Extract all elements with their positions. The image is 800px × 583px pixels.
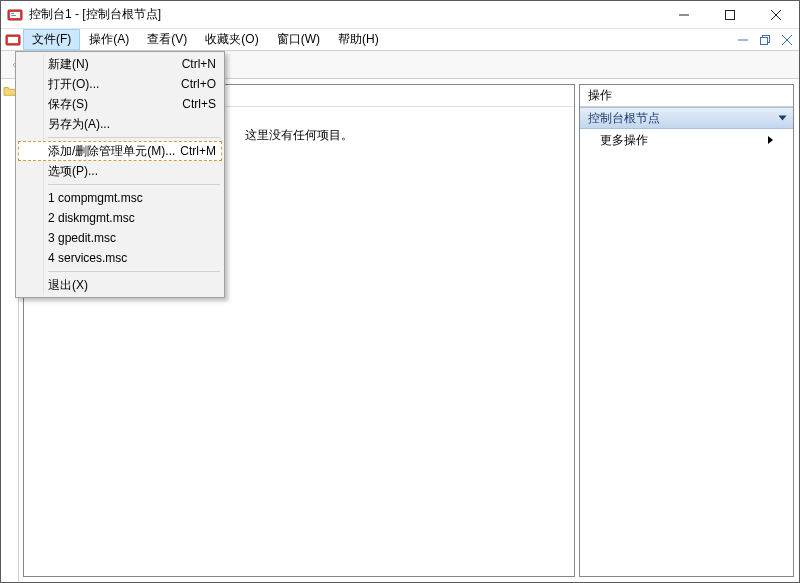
window-controls [661,1,799,28]
svg-rect-9 [8,37,18,43]
doc-icon [5,32,21,48]
svg-rect-3 [11,15,16,16]
menu-item-accel: Ctrl+N [182,57,216,71]
titlebar: 控制台1 - [控制台根节点] [1,1,799,29]
menu-item-accel: Ctrl+M [180,144,216,158]
menu-item-label: 另存为(A)... [48,116,216,133]
menu-view[interactable]: 查看(V) [138,29,196,50]
menu-item-addremove-snapin[interactable]: 添加/删除管理单元(M)... Ctrl+M [18,141,222,161]
actions-pane-title: 操作 [580,85,793,107]
submenu-arrow-icon [768,136,773,144]
actions-group-label: 控制台根节点 [588,110,660,127]
menu-item-label: 4 services.msc [48,251,216,265]
menu-item-label: 打开(O)... [48,76,181,93]
titlebar-left: 控制台1 - [控制台根节点] [7,6,161,23]
menu-item-accel: Ctrl+S [182,97,216,111]
menu-window[interactable]: 窗口(W) [268,29,329,50]
actions-more-item[interactable]: 更多操作 [580,129,793,151]
mmc-window: 控制台1 - [控制台根节点] 文件(F) 操作(A) 查看(V) 收藏夹(O)… [0,0,800,583]
svg-rect-5 [726,10,735,19]
close-icon [782,35,792,45]
mdi-restore-button[interactable] [757,32,773,48]
actions-group-header[interactable]: 控制台根节点 [580,107,793,129]
maximize-icon [725,10,735,20]
menu-item-options[interactable]: 选项(P)... [18,161,222,181]
actions-more-label: 更多操作 [600,132,648,149]
menu-item-label: 3 gpedit.msc [48,231,216,245]
menu-item-recent-2[interactable]: 2 diskmgmt.msc [18,208,222,228]
close-button[interactable] [753,1,799,28]
minimize-icon [679,10,689,20]
maximize-button[interactable] [707,1,753,28]
mdi-controls [735,29,795,50]
menu-help[interactable]: 帮助(H) [329,29,388,50]
minimize-button[interactable] [661,1,707,28]
menu-favorites[interactable]: 收藏夹(O) [196,29,267,50]
menu-item-open[interactable]: 打开(O)... Ctrl+O [18,74,222,94]
menu-action[interactable]: 操作(A) [80,29,138,50]
menu-item-new[interactable]: 新建(N) Ctrl+N [18,54,222,74]
menu-file[interactable]: 文件(F) [23,29,80,50]
menu-item-recent-4[interactable]: 4 services.msc [18,248,222,268]
mdi-close-button[interactable] [779,32,795,48]
actions-pane: 操作 控制台根节点 更多操作 [579,84,794,577]
minimize-icon [738,35,748,45]
menu-item-label: 选项(P)... [48,163,216,180]
menu-item-recent-1[interactable]: 1 compmgmt.msc [18,188,222,208]
menu-item-saveas[interactable]: 另存为(A)... [18,114,222,134]
mdi-minimize-button[interactable] [735,32,751,48]
svg-rect-12 [761,37,768,44]
menu-item-save[interactable]: 保存(S) Ctrl+S [18,94,222,114]
collapse-icon [779,116,787,121]
menu-item-label: 2 diskmgmt.msc [48,211,216,225]
menu-separator [48,137,220,138]
svg-rect-2 [11,13,14,14]
restore-icon [760,35,770,45]
menu-item-label: 添加/删除管理单元(M)... [48,143,180,160]
menu-item-accel: Ctrl+O [181,77,216,91]
close-icon [771,10,781,20]
menubar: 文件(F) 操作(A) 查看(V) 收藏夹(O) 窗口(W) 帮助(H) [1,29,799,51]
window-title: 控制台1 - [控制台根节点] [29,6,161,23]
menu-item-label: 退出(X) [48,277,216,294]
menu-item-label: 1 compmgmt.msc [48,191,216,205]
menu-item-label: 保存(S) [48,96,182,113]
file-menu-dropdown: 新建(N) Ctrl+N 打开(O)... Ctrl+O 保存(S) Ctrl+… [15,51,225,298]
app-icon [7,7,23,23]
menu-separator [48,271,220,272]
menu-item-recent-3[interactable]: 3 gpedit.msc [18,228,222,248]
menu-item-label: 新建(N) [48,56,182,73]
menu-item-exit[interactable]: 退出(X) [18,275,222,295]
menu-separator [48,184,220,185]
